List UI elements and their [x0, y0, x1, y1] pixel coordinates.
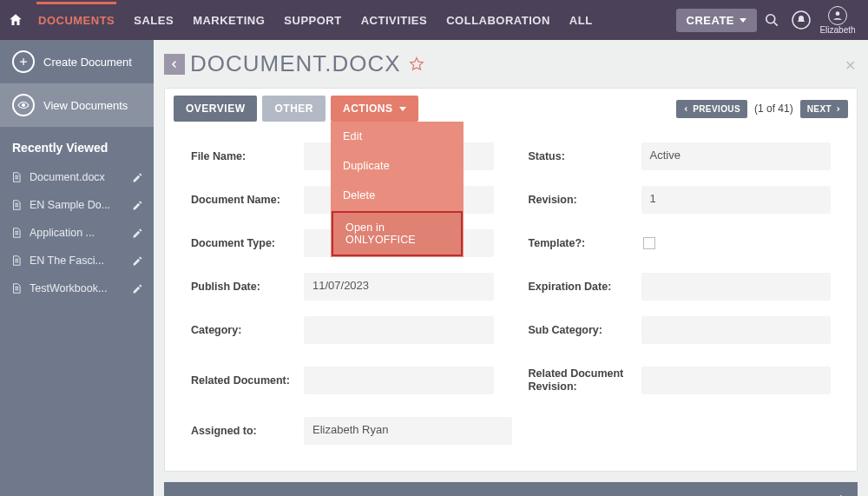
nav-tab-all[interactable]: ALL: [568, 2, 595, 39]
sub-category-label: Sub Category:: [529, 324, 633, 336]
nav-tab-documents[interactable]: DOCUMENTS: [36, 2, 116, 39]
chevron-left-icon: [683, 105, 689, 113]
document-icon: [10, 198, 23, 212]
edit-icon[interactable]: [132, 228, 143, 239]
related-document-field[interactable]: [304, 367, 494, 394]
expand-icon: +: [836, 491, 845, 496]
user-icon: [832, 10, 844, 22]
search-button[interactable]: [757, 5, 786, 35]
next-button[interactable]: NEXT: [800, 100, 848, 118]
chevron-right-icon: [835, 105, 841, 113]
create-document-label: Create Document: [43, 56, 132, 69]
notifications-button[interactable]: [786, 5, 816, 35]
nav-tab-marketing[interactable]: MARKETING: [191, 2, 266, 39]
recent-item[interactable]: EN Sample Do...: [0, 191, 154, 219]
recent-item-label: Document.docx: [30, 171, 125, 183]
create-label: CREATE: [687, 14, 734, 27]
page-counter: (1 of 41): [754, 103, 793, 115]
file-name-label: File Name:: [191, 150, 295, 162]
svg-point-3: [836, 11, 840, 16]
home-icon: [8, 12, 23, 28]
view-documents-label: View Documents: [43, 99, 128, 112]
assigned-to-label: Assigned to:: [191, 425, 295, 437]
panel-document-revisions[interactable]: DOCUMENT REVISIONS+: [164, 482, 858, 496]
template-label: Template?:: [529, 237, 633, 249]
actions-menu-item[interactable]: Delete: [331, 181, 464, 210]
related-document-label: Related Document:: [191, 374, 295, 387]
document-name-label: Document Name:: [191, 194, 295, 206]
user-menu[interactable]: Elizabeth: [816, 6, 859, 35]
actions-dropdown: EditDuplicateDeleteOpen in ONLYOFFICE: [331, 122, 464, 257]
actions-menu-item[interactable]: Open in ONLYOFFICE: [332, 211, 463, 256]
revision-field[interactable]: 1: [641, 186, 832, 214]
nav-tab-support[interactable]: SUPPORT: [282, 2, 343, 39]
document-icon: [10, 281, 23, 295]
edit-icon[interactable]: [132, 200, 143, 211]
nav-tab-sales[interactable]: SALES: [132, 2, 175, 39]
expiration-date-label: Expiration Date:: [529, 281, 633, 293]
svg-line-1: [774, 23, 778, 26]
edit-icon[interactable]: [132, 172, 143, 183]
next-label: NEXT: [807, 104, 832, 114]
previous-button[interactable]: PREVIOUS: [676, 100, 747, 118]
favorite-toggle[interactable]: [408, 56, 425, 73]
tab-actions-label: ACTIONS: [343, 103, 393, 115]
document-icon: [10, 226, 23, 240]
recently-viewed-heading: Recently Viewed: [0, 127, 154, 163]
caret-down-icon: [399, 107, 406, 111]
template-checkbox[interactable]: [643, 237, 655, 249]
page-title: DOCUMENT.DOCX: [190, 50, 401, 77]
related-revision-label: Related Document Revision:: [529, 367, 633, 393]
nav-tab-activities[interactable]: ACTIVITIES: [359, 2, 430, 39]
document-icon: [10, 254, 23, 268]
recent-item-label: EN Sample Do...: [30, 199, 125, 211]
edit-icon[interactable]: [132, 283, 143, 294]
username-label: Elizabeth: [819, 25, 855, 35]
close-button[interactable]: ✕: [845, 57, 856, 74]
publish-date-field[interactable]: 11/07/2023: [304, 273, 494, 301]
actions-menu-item[interactable]: Edit: [331, 122, 464, 151]
sub-category-field[interactable]: [641, 316, 832, 344]
tab-other[interactable]: OTHER: [262, 96, 326, 122]
star-icon: [408, 56, 425, 73]
bell-icon: [791, 10, 812, 30]
view-documents-link[interactable]: View Documents: [0, 83, 154, 127]
create-document-link[interactable]: Create Document: [0, 40, 154, 83]
expiration-date-field[interactable]: [641, 273, 832, 301]
tab-overview[interactable]: OVERVIEW: [174, 96, 257, 122]
document-type-label: Document Type:: [191, 237, 295, 249]
create-button[interactable]: CREATE: [676, 9, 757, 32]
edit-icon[interactable]: [132, 255, 143, 267]
recent-item[interactable]: EN The Fasci...: [0, 247, 154, 274]
back-button[interactable]: [164, 54, 185, 75]
recent-item-label: EN The Fasci...: [30, 255, 125, 267]
recent-item-label: TestWorkbook...: [30, 282, 125, 294]
document-icon: [10, 170, 23, 184]
recent-item-label: Application ...: [30, 227, 125, 239]
previous-label: PREVIOUS: [693, 104, 740, 114]
caret-down-icon: [740, 18, 746, 23]
plus-icon: [12, 50, 35, 73]
nav-tab-collaboration[interactable]: COLLABORATION: [444, 2, 552, 39]
svg-point-0: [766, 15, 775, 23]
status-label: Status:: [529, 150, 633, 162]
eye-icon: [12, 94, 35, 116]
publish-date-label: Publish Date:: [191, 281, 295, 293]
chevron-left-icon: [169, 59, 180, 69]
svg-point-4: [23, 104, 25, 107]
status-field[interactable]: Active: [641, 142, 832, 170]
assigned-to-field[interactable]: Elizabeth Ryan: [304, 417, 512, 445]
tab-actions[interactable]: ACTIONS EditDuplicateDeleteOpen in ONLYO…: [331, 96, 419, 122]
actions-menu-item[interactable]: Duplicate: [331, 151, 464, 181]
home-button[interactable]: [0, 0, 31, 40]
recent-item[interactable]: Document.docx: [0, 163, 154, 191]
search-icon: [763, 11, 780, 29]
category-label: Category:: [191, 324, 295, 336]
recent-item[interactable]: TestWorkbook...: [0, 274, 154, 302]
revision-label: Revision:: [529, 194, 633, 206]
category-field[interactable]: [304, 316, 494, 344]
related-revision-field[interactable]: [641, 367, 832, 394]
recent-item[interactable]: Application ...: [0, 219, 154, 247]
